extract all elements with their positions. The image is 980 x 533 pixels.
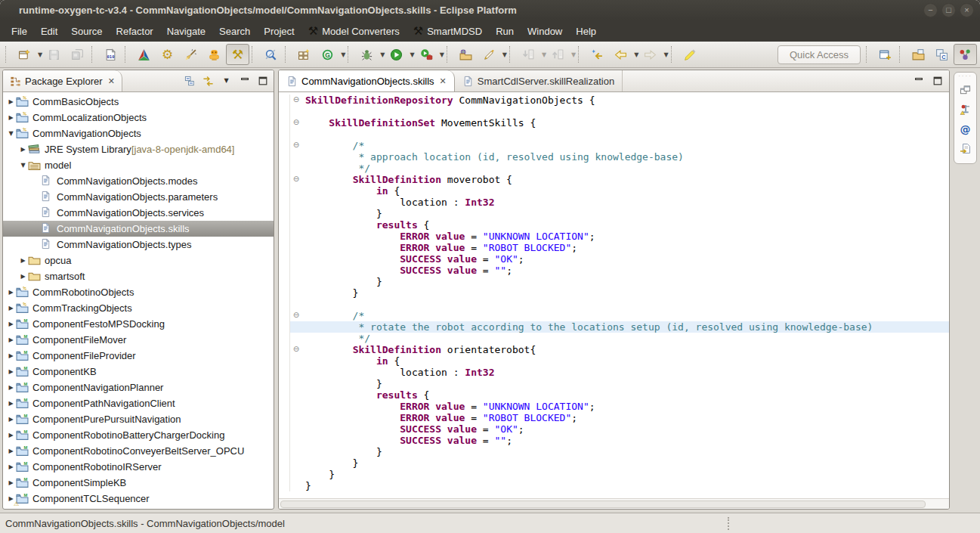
menu-help[interactable]: Help: [569, 20, 603, 42]
tree-item-CommLocalizationObjects[interactable]: ▶CommLocalizationObjects: [3, 110, 274, 126]
fold-collapse-icon[interactable]: ⊖: [289, 117, 302, 129]
fold-collapse-icon[interactable]: ⊖: [289, 344, 302, 355]
expand-arrow-icon[interactable]: ▶: [6, 384, 16, 391]
tree-item-JRE System Library[interactable]: ▶JRE System Library [java-8-openjdk-amd6…: [3, 141, 274, 157]
dropdown-arrow-icon[interactable]: ▼: [502, 51, 507, 58]
skip-breakpoints-button[interactable]: [259, 44, 283, 65]
menu-smartmdsd[interactable]: ⚒SmartMDSD: [407, 20, 489, 42]
tree-item-model[interactable]: ▼model: [3, 157, 274, 173]
fold-collapse-icon[interactable]: ⊖: [289, 140, 302, 151]
project-tree[interactable]: ▶CommBasicObjects▶CommLocalizationObject…: [3, 92, 274, 509]
tree-item-CommNavigationObjects.skills[interactable]: CommNavigationObjects.skills: [3, 221, 274, 237]
javadoc-view-button[interactable]: @: [956, 119, 975, 139]
drag-grip[interactable]: ····: [958, 74, 972, 80]
menu-run[interactable]: Run: [489, 20, 521, 42]
menu-model-converters[interactable]: ⚒Model Converters: [301, 20, 407, 42]
menu-navigate[interactable]: Navigate: [160, 20, 212, 42]
view-menu-button[interactable]: ▼: [218, 73, 235, 89]
expand-arrow-icon[interactable]: ▶: [18, 257, 28, 264]
tree-item-CommNavigationObjects.types[interactable]: CommNavigationObjects.types: [3, 237, 274, 253]
minimize-button[interactable]: [236, 73, 253, 89]
highlight-button[interactable]: [679, 44, 702, 65]
generate-g-button[interactable]: G: [316, 44, 339, 65]
tree-item-ComponentFileProvider[interactable]: ▶MComponentFileProvider: [3, 348, 274, 364]
problems-view-button[interactable]: [956, 100, 975, 119]
save-button[interactable]: [42, 44, 66, 65]
new-table-button[interactable]: [292, 44, 316, 65]
minimize-editor-button[interactable]: [910, 73, 927, 89]
tree-item-ComponentRobotinoIRServer[interactable]: ▶MComponentRobotinoIRServer: [3, 459, 274, 475]
editor-body[interactable]: ⊖SkillDefinitionRepository CommNavigatio…: [279, 92, 949, 498]
menu-project[interactable]: Project: [257, 20, 301, 42]
debug-button[interactable]: [355, 44, 379, 65]
title-bar[interactable]: runtime-oxygen-tc-v3.4 - CommNavigationO…: [0, 0, 980, 20]
cpp-perspective-button[interactable]: C: [930, 44, 954, 65]
tree-item-ComponentRobotinoConveyerBeltServer_OPCU[interactable]: ▶MComponentRobotinoConveyerBeltServer_OP…: [3, 443, 274, 459]
forward-button[interactable]: [638, 44, 662, 65]
expand-arrow-icon[interactable]: ▶: [6, 114, 16, 121]
expand-arrow-icon[interactable]: ▶: [6, 448, 16, 454]
dropdown-arrow-icon[interactable]: ▼: [341, 51, 345, 58]
dropdown-arrow-icon[interactable]: ▼: [663, 51, 668, 58]
back-button[interactable]: [609, 44, 632, 65]
close-window-button[interactable]: ×: [960, 3, 974, 17]
expand-arrow-icon[interactable]: ▶: [18, 146, 28, 153]
tree-item-CommNavigationObjects.services[interactable]: CommNavigationObjects.services: [3, 205, 274, 221]
maximize-button[interactable]: [254, 73, 271, 89]
expand-arrow-icon[interactable]: ▶: [6, 352, 16, 359]
menu-edit[interactable]: Edit: [34, 20, 64, 42]
tree-item-smartsoft[interactable]: ▶smartsoft: [3, 268, 274, 284]
link-with-editor-button[interactable]: [199, 73, 217, 89]
fold-collapse-icon[interactable]: ⊖: [289, 174, 302, 185]
fold-collapse-icon[interactable]: ⊖: [289, 310, 302, 321]
quick-access-field[interactable]: Quick Access: [778, 45, 861, 64]
expand-arrow-icon[interactable]: ▶: [6, 416, 16, 423]
restore-views-button[interactable]: [956, 80, 975, 100]
last-edit-location-button[interactable]: [586, 44, 609, 65]
binary-file-button[interactable]: 010: [99, 44, 122, 65]
marker-button[interactable]: [478, 44, 501, 65]
next-annotation-button[interactable]: [517, 44, 540, 65]
run-external-button[interactable]: [415, 44, 438, 65]
collapse-arrow-icon[interactable]: ▼: [18, 162, 28, 169]
expand-arrow-icon[interactable]: ▶: [6, 463, 16, 470]
close-view-icon[interactable]: ✕: [108, 76, 115, 86]
tree-item-ComponentSimpleKB[interactable]: ▶MComponentSimpleKB: [3, 475, 274, 491]
resource-perspective-button[interactable]: [907, 44, 930, 65]
generate-gears-button[interactable]: ⚙: [156, 44, 179, 65]
declaration-view-button[interactable]: [956, 139, 975, 159]
save-all-button[interactable]: [66, 44, 89, 65]
editor-tab-SmartCdlServer.skillRealization[interactable]: SmartCdlServer.skillRealization: [455, 70, 623, 91]
tree-item-ComponentKB[interactable]: ▶MComponentKB: [3, 364, 274, 380]
menu-refactor[interactable]: Refactor: [110, 20, 160, 42]
status-grip[interactable]: [728, 517, 729, 530]
menu-file[interactable]: File: [5, 20, 34, 42]
menu-window[interactable]: Window: [521, 20, 569, 42]
scrollbar-thumb[interactable]: [280, 500, 926, 508]
maximize-window-button[interactable]: □: [941, 3, 956, 17]
expand-arrow-icon[interactable]: ▶: [6, 432, 16, 438]
code-editor[interactable]: ⊖SkillDefinitionRepository CommNavigatio…: [289, 92, 949, 498]
expand-arrow-icon[interactable]: ▶: [18, 273, 28, 280]
expand-arrow-icon[interactable]: ▶: [6, 289, 16, 296]
new-wizard-button[interactable]: [13, 44, 36, 65]
build-hammer-button[interactable]: ⚒: [226, 44, 249, 65]
collapse-all-button[interactable]: [181, 73, 199, 89]
dropdown-arrow-icon[interactable]: ▼: [571, 51, 576, 58]
open-perspective-button[interactable]: [873, 44, 897, 65]
tree-item-CommNavigationObjects.parameters[interactable]: CommNavigationObjects.parameters: [3, 189, 274, 205]
tree-item-ComponentRobotinoBatteryChargerDocking[interactable]: ▶MComponentRobotinoBatteryChargerDocking: [3, 427, 274, 443]
expand-arrow-icon[interactable]: ▶: [6, 321, 16, 327]
collapse-arrow-icon[interactable]: ▼: [6, 130, 16, 137]
smartmdsd-perspective-button[interactable]: [954, 44, 977, 65]
clean-broom-button[interactable]: [179, 44, 202, 65]
horizontal-scrollbar[interactable]: [279, 498, 949, 509]
expand-arrow-icon[interactable]: ▶: [6, 479, 16, 486]
tree-item-ComponentFileMover[interactable]: ▶MComponentFileMover: [3, 332, 274, 348]
tree-item-ComponentPurePursuitNavigation[interactable]: ▶MComponentPurePursuitNavigation: [3, 411, 274, 427]
tree-item-opcua[interactable]: ▶opcua: [3, 253, 274, 268]
menu-source[interactable]: Source: [64, 20, 109, 42]
robot-build-button[interactable]: [202, 44, 226, 65]
tree-item-CommNavigationObjects.modes[interactable]: CommNavigationObjects.modes: [3, 173, 274, 189]
tree-item-CommTrackingObjects[interactable]: ▶CommTrackingObjects: [3, 300, 274, 316]
